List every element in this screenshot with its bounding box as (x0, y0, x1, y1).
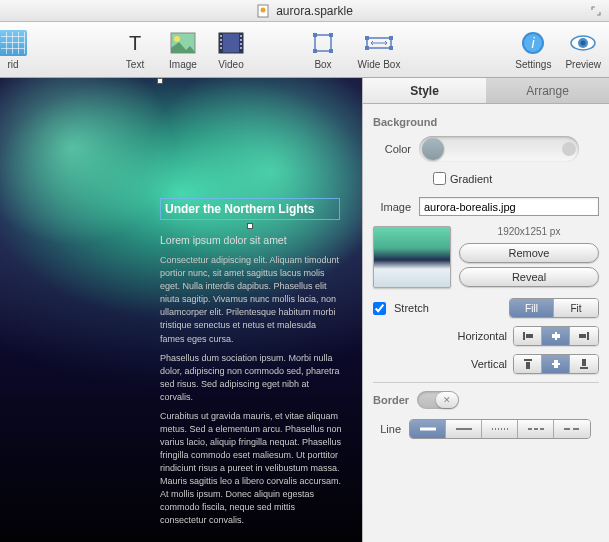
svg-rect-19 (313, 49, 317, 53)
image-label: Image (373, 201, 411, 213)
color-swatch-secondary[interactable] (562, 142, 576, 156)
svg-rect-42 (580, 367, 588, 369)
fit-option[interactable]: Fit (554, 299, 598, 317)
grid-icon (0, 30, 27, 56)
svg-rect-15 (240, 47, 242, 49)
svg-rect-23 (389, 36, 393, 40)
horizontal-label: Horizontal (457, 330, 507, 342)
svg-rect-20 (329, 49, 333, 53)
svg-rect-8 (220, 35, 222, 37)
align-center-v[interactable] (542, 355, 570, 373)
image-thumbnail[interactable] (373, 226, 451, 288)
color-label: Color (373, 143, 411, 155)
svg-text:T: T (129, 32, 141, 54)
text-icon: T (119, 29, 151, 57)
svg-rect-37 (579, 334, 586, 338)
svg-rect-9 (220, 39, 222, 41)
svg-rect-18 (329, 33, 333, 37)
color-well[interactable] (419, 136, 579, 162)
box-button[interactable]: Box (306, 29, 340, 70)
body-text-element[interactable]: Lorem ipsum dolor sit amet Consectetur a… (160, 233, 342, 533)
fill-fit-segment: Fill Fit (509, 298, 599, 318)
svg-rect-24 (365, 46, 369, 50)
window-title: aurora.sparkle (276, 4, 353, 18)
line-solid-thin[interactable] (446, 420, 482, 438)
line-dotted[interactable] (482, 420, 518, 438)
svg-point-31 (581, 41, 586, 46)
stretch-checkbox[interactable] (373, 302, 386, 315)
remove-button[interactable]: Remove (459, 243, 599, 263)
tab-style[interactable]: Style (363, 78, 486, 103)
gradient-checkbox-row: Gradient (433, 172, 599, 185)
svg-rect-14 (240, 43, 242, 45)
box-icon (307, 29, 339, 57)
align-top[interactable] (514, 355, 542, 373)
gradient-checkbox[interactable] (433, 172, 446, 185)
video-icon (215, 29, 247, 57)
image-button[interactable]: Image (166, 29, 200, 70)
svg-rect-16 (315, 35, 331, 51)
svg-rect-10 (220, 43, 222, 45)
tab-arrange[interactable]: Arrange (486, 78, 609, 103)
border-toggle[interactable]: ✕ (417, 391, 459, 409)
svg-rect-38 (524, 359, 532, 361)
inspector-panel: Style Arrange Background Color Gradient … (362, 78, 609, 542)
svg-rect-11 (220, 47, 222, 49)
image-icon (167, 29, 199, 57)
align-right[interactable] (570, 327, 598, 345)
toggle-knob-x-icon: ✕ (436, 392, 458, 408)
titlebar: aurora.sparkle (0, 0, 609, 22)
section-background: Background (373, 116, 599, 128)
canvas[interactable]: Under the Northern Lights Lorem ipsum do… (0, 78, 362, 542)
align-bottom[interactable] (570, 355, 598, 373)
grid-button[interactable]: rid (0, 29, 30, 70)
align-center-h[interactable] (542, 327, 570, 345)
svg-rect-32 (523, 332, 525, 340)
resize-handle-bottom[interactable] (247, 223, 253, 229)
preview-icon (567, 29, 599, 57)
toolbar: rid T Text Image Video Box Wide Box i Se… (0, 22, 609, 78)
fill-option[interactable]: Fill (510, 299, 554, 317)
image-filename-input[interactable] (419, 197, 599, 216)
svg-rect-17 (313, 33, 317, 37)
svg-rect-22 (365, 36, 369, 40)
reveal-button[interactable]: Reveal (459, 267, 599, 287)
color-swatch[interactable] (422, 138, 444, 160)
vertical-label: Vertical (471, 358, 507, 370)
document-icon (256, 4, 270, 18)
svg-point-4 (174, 36, 180, 42)
main-area: Under the Northern Lights Lorem ipsum do… (0, 78, 609, 542)
image-dimensions: 1920x1251 px (459, 226, 599, 237)
text-element-selected[interactable]: Under the Northern Lights (160, 198, 340, 220)
settings-icon: i (517, 29, 549, 57)
svg-rect-33 (526, 334, 533, 338)
horizontal-align-segment (513, 326, 599, 346)
fullscreen-icon[interactable] (591, 6, 601, 16)
line-label: Line (373, 423, 401, 435)
resize-handle-top[interactable] (157, 78, 163, 84)
inspector-tabs: Style Arrange (363, 78, 609, 104)
widebox-button[interactable]: Wide Box (354, 29, 404, 70)
text-button[interactable]: T Text (118, 29, 152, 70)
video-button[interactable]: Video (214, 29, 248, 70)
svg-rect-39 (526, 362, 530, 369)
align-left[interactable] (514, 327, 542, 345)
svg-rect-12 (240, 35, 242, 37)
gradient-label: Gradient (450, 173, 492, 185)
settings-button[interactable]: i Settings (515, 29, 551, 70)
preview-button[interactable]: Preview (565, 29, 601, 70)
heading-text[interactable]: Under the Northern Lights (160, 198, 340, 220)
inspector-body: Background Color Gradient Image 1920x1 (363, 104, 609, 542)
svg-rect-13 (240, 39, 242, 41)
line-solid-thick[interactable] (410, 420, 446, 438)
svg-rect-43 (582, 359, 586, 366)
svg-point-1 (261, 7, 266, 12)
svg-rect-36 (587, 332, 589, 340)
line-dashed[interactable] (518, 420, 554, 438)
widebox-icon (363, 29, 395, 57)
svg-rect-25 (389, 46, 393, 50)
line-style-segment (409, 419, 591, 439)
vertical-align-segment (513, 354, 599, 374)
stretch-label: Stretch (394, 302, 429, 314)
line-long-dash[interactable] (554, 420, 590, 438)
